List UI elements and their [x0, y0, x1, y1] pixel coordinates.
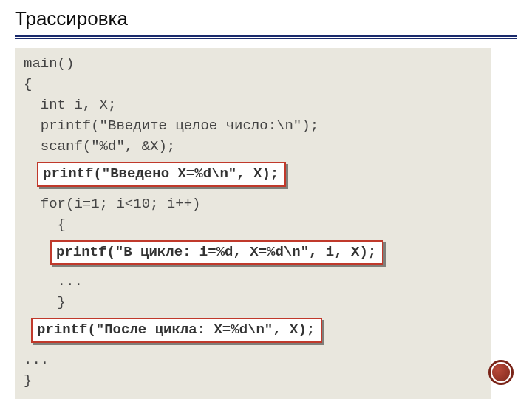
code-line: int i, X;: [24, 95, 488, 116]
highlight-row: printf("Введено X=%d\n", X);: [37, 157, 488, 194]
code-block: main() { int i, X; printf("Введите целое…: [15, 48, 491, 399]
trace-print-1: printf("Введено X=%d\n", X);: [37, 162, 286, 187]
code-line: scanf("%d", &X);: [24, 137, 488, 157]
slide: Трассировка main() { int i, X; printf("В…: [0, 0, 532, 399]
code-line: ...: [24, 350, 488, 371]
code-line: {: [24, 75, 488, 95]
slide-badge-icon: [491, 362, 511, 383]
code-line: }: [24, 293, 488, 313]
page-title: Трассировка: [15, 7, 517, 37]
code-line: }: [24, 371, 488, 392]
trace-print-3: printf("После цикла: X=%d\n", X);: [31, 318, 322, 343]
trace-print-2: printf("В цикле: i=%d, X=%d\n", i, X);: [50, 240, 383, 265]
code-line: printf("Введите целое число:\n");: [24, 116, 488, 137]
code-line: for(i=1; i<10; i++): [24, 194, 488, 215]
code-line: main(): [24, 54, 488, 75]
title-underline: [15, 38, 517, 39]
code-line: ...: [24, 272, 488, 293]
code-line: {: [24, 215, 488, 236]
highlight-row: printf("После цикла: X=%d\n", X);: [31, 313, 488, 350]
highlight-row: printf("В цикле: i=%d, X=%d\n", i, X);: [50, 236, 488, 273]
